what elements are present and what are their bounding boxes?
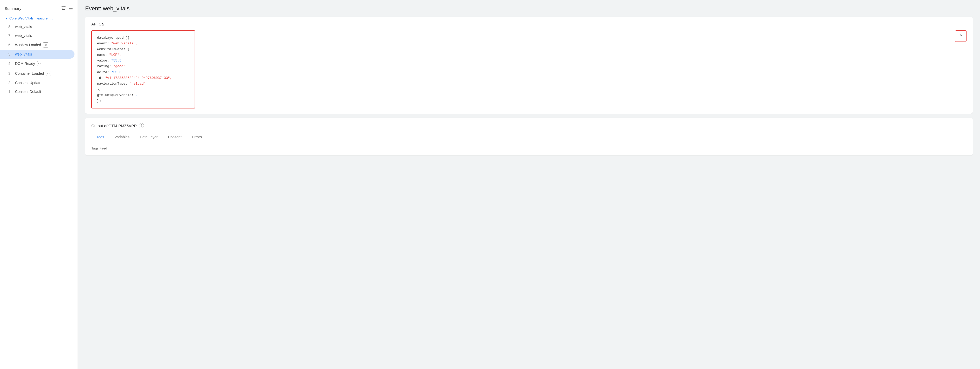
sidebar-item-number: 5 xyxy=(8,52,13,56)
output-title: Output of GTM-PMZ5VPR ? xyxy=(91,123,967,128)
sidebar-item[interactable]: 1Consent Default xyxy=(0,87,75,96)
code-icon: <> xyxy=(37,61,42,66)
sidebar-item-number: 4 xyxy=(8,62,13,66)
code-line: gtm.uniqueEventId: 29 xyxy=(97,92,189,98)
group-label: Core Web Vitals measurem... xyxy=(10,16,53,20)
sidebar-summary-header: Summary ☰ xyxy=(0,3,78,14)
sidebar-item[interactable]: 3Container Loaded<> xyxy=(0,68,75,78)
collapse-button[interactable]: ^ xyxy=(955,30,967,42)
code-line: dataLayer.push({ xyxy=(97,35,189,41)
sidebar-item-label: Consent Default xyxy=(15,89,41,94)
sidebar-item-number: 1 xyxy=(8,89,13,94)
sidebar-item-number: 7 xyxy=(8,33,13,38)
tab-errors[interactable]: Errors xyxy=(187,132,207,142)
output-title-text: Output of GTM-PMZ5VPR xyxy=(91,124,137,128)
sidebar-item[interactable]: 5web_vitals xyxy=(0,50,75,59)
tab-variables[interactable]: Variables xyxy=(110,132,135,142)
sidebar-item[interactable]: 8web_vitals xyxy=(0,22,75,31)
code-block: dataLayer.push({ event: "web_vitals", we… xyxy=(91,30,195,108)
tab-data-layer[interactable]: Data Layer xyxy=(135,132,163,142)
tabs-bar: TagsVariablesData LayerConsentErrors xyxy=(91,132,967,142)
sidebar-item[interactable]: 4DOM Ready<> xyxy=(0,59,75,68)
sidebar-item[interactable]: 7web_vitals xyxy=(0,31,75,40)
sidebar: Summary ☰ ▼ Core Web Vitals measurem... … xyxy=(0,0,78,369)
sidebar-items-list: 8web_vitals7web_vitals6Window Loaded<>5w… xyxy=(0,22,78,96)
sidebar-item-label: Consent Update xyxy=(15,81,41,85)
code-line: event: "web_vitals", xyxy=(97,41,189,46)
code-line: webVitalsData: { xyxy=(97,46,189,52)
code-line: }) xyxy=(97,98,189,104)
sidebar-item-label: Container Loaded xyxy=(15,72,44,76)
sidebar-item-label: Window Loaded xyxy=(15,43,41,47)
filter-icon[interactable]: ☰ xyxy=(69,6,73,11)
sidebar-item-label: web_vitals xyxy=(15,52,32,56)
sidebar-item-label: web_vitals xyxy=(15,33,32,38)
code-line: value: 755.5, xyxy=(97,58,189,64)
chevron-down-icon: ▼ xyxy=(5,17,8,20)
sidebar-item[interactable]: 2Consent Update xyxy=(0,78,75,87)
code-line: rating: "good", xyxy=(97,64,189,69)
api-call-card: API Call dataLayer.push({ event: "web_vi… xyxy=(85,17,973,114)
sidebar-toolbar: ☰ xyxy=(61,5,73,12)
code-icon: <> xyxy=(43,42,48,48)
sidebar-item-number: 3 xyxy=(8,72,13,76)
code-line: id: "v4-1723538582424-9497606937133", xyxy=(97,75,189,81)
sidebar-item-number: 6 xyxy=(8,43,13,47)
sidebar-item-number: 2 xyxy=(8,81,13,85)
help-icon[interactable]: ? xyxy=(139,123,144,128)
sidebar-item-number: 8 xyxy=(8,25,13,29)
main-content: Event: web_vitals API Call dataLayer.pus… xyxy=(78,0,980,369)
page-title: Event: web_vitals xyxy=(85,5,973,12)
tags-fired-label: Tags Fired xyxy=(91,146,967,150)
sidebar-group-header[interactable]: ▼ Core Web Vitals measurem... xyxy=(0,14,78,22)
api-call-title: API Call xyxy=(91,22,967,26)
code-line: }, xyxy=(97,87,189,92)
code-line: delta: 755.5, xyxy=(97,70,189,75)
summary-label: Summary xyxy=(5,6,21,11)
code-line: navigationType: "reload" xyxy=(97,81,189,87)
sidebar-item-label: web_vitals xyxy=(15,25,32,29)
code-icon: <> xyxy=(46,71,51,76)
output-card: Output of GTM-PMZ5VPR ? TagsVariablesDat… xyxy=(85,118,973,156)
sidebar-item-label: DOM Ready xyxy=(15,62,35,66)
code-line: name: "LCP", xyxy=(97,52,189,58)
sidebar-item[interactable]: 6Window Loaded<> xyxy=(0,40,75,50)
tab-consent[interactable]: Consent xyxy=(163,132,186,142)
api-call-container: dataLayer.push({ event: "web_vitals", we… xyxy=(91,30,967,108)
collapse-icon: ^ xyxy=(960,33,962,39)
tab-tags[interactable]: Tags xyxy=(91,132,110,142)
trash-icon[interactable] xyxy=(61,5,66,12)
